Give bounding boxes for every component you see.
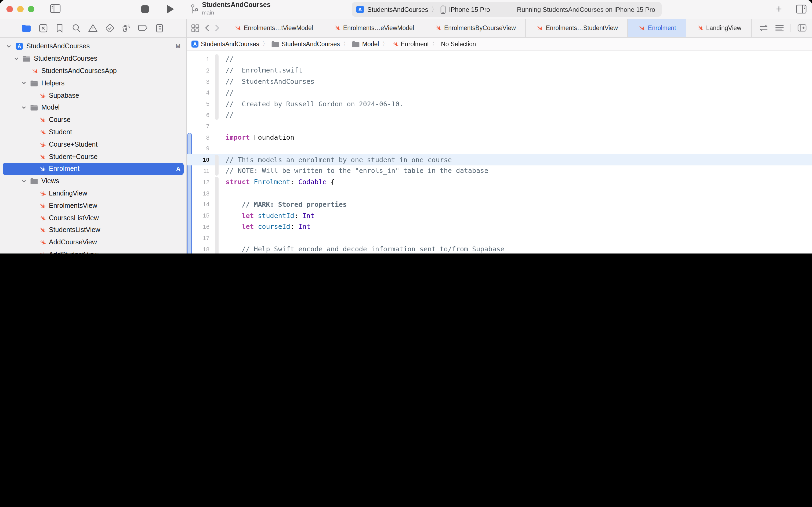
line-number[interactable]: 9	[187, 145, 214, 152]
editor-tab-4[interactable]: Enrolments…StudentView	[526, 19, 628, 37]
code-fold-ribbon[interactable]	[215, 177, 219, 253]
line-number[interactable]: 5	[187, 101, 214, 107]
tree-item-supabase[interactable]: Supabase	[3, 89, 184, 102]
go-forward-icon[interactable]	[215, 24, 220, 32]
minimize-window-button[interactable]	[17, 6, 23, 12]
line-number[interactable]: 12	[187, 179, 214, 185]
line-number[interactable]: 2	[187, 67, 214, 73]
source-control-navigator-icon[interactable]	[38, 23, 48, 33]
source-editor[interactable]: 1//2// Enrolment.swift3// StudentsAndCou…	[187, 51, 812, 253]
line-number[interactable]: 8	[187, 134, 214, 140]
code-line-13[interactable]: 13	[187, 187, 812, 199]
code-line-10[interactable]: 10// This models an enrolment by one stu…	[187, 154, 812, 165]
code-line-11[interactable]: 11// NOTE: Will be written to the "enrol…	[187, 165, 812, 176]
add-button[interactable]: +	[776, 4, 782, 14]
disclosure-triangle[interactable]	[20, 179, 27, 183]
tree-item-course-student[interactable]: Course+Student	[3, 138, 184, 151]
line-number[interactable]: 4	[187, 90, 214, 96]
code-line-1[interactable]: 1//	[187, 53, 812, 65]
editor-options-icon[interactable]	[775, 24, 784, 32]
disclosure-triangle[interactable]	[20, 81, 27, 86]
tree-item-enrolmentsview[interactable]: EnrolmentsView	[3, 200, 184, 212]
code-line-5[interactable]: 5// Created by Russell Gordon on 2024-06…	[187, 98, 812, 110]
project-navigator-icon[interactable]	[21, 23, 31, 33]
code-line-14[interactable]: 14 // MARK: Stored properties	[187, 199, 812, 210]
line-number[interactable]: 15	[187, 212, 214, 219]
tree-item-student[interactable]: Student	[3, 126, 184, 138]
find-navigator-icon[interactable]	[71, 23, 81, 33]
report-navigator-icon[interactable]	[155, 23, 164, 33]
editor-tab-3[interactable]: EnrolmentsByCourseView	[424, 19, 526, 37]
disclosure-triangle[interactable]	[20, 105, 27, 110]
code-line-6[interactable]: 6//	[187, 109, 812, 121]
bookmark-navigator-icon[interactable]	[55, 23, 64, 33]
run-button[interactable]	[167, 5, 174, 13]
line-number[interactable]: 7	[187, 123, 214, 129]
breadcrumb-item[interactable]: No Selection	[441, 41, 476, 47]
tree-item-enrolment[interactable]: EnrolmentA	[3, 163, 184, 175]
tree-item-course[interactable]: Course	[3, 114, 184, 126]
scheme-selector[interactable]: A StudentsAndCourses 〉 iPhone 15 Pro Run…	[352, 2, 661, 17]
issue-navigator-icon[interactable]	[88, 23, 98, 33]
add-editor-icon[interactable]	[798, 24, 807, 32]
code-line-18[interactable]: 18 // Help Swift encode and decode infor…	[187, 243, 812, 253]
code-line-16[interactable]: 16 let courseId: Int	[187, 221, 812, 232]
zoom-window-button[interactable]	[28, 6, 35, 12]
toggle-left-sidebar-icon[interactable]	[50, 4, 61, 13]
line-number[interactable]: 17	[187, 234, 214, 241]
related-items-icon[interactable]	[191, 24, 199, 32]
code-line-2[interactable]: 2// Enrolment.swift	[187, 65, 812, 76]
breadcrumb-item[interactable]: AStudentsAndCourses	[191, 40, 259, 48]
line-number[interactable]: 3	[187, 78, 214, 84]
swap-editor-icon[interactable]	[759, 24, 768, 32]
code-fold-ribbon[interactable]	[215, 54, 219, 120]
run-destination[interactable]: iPhone 15 Pro	[449, 6, 490, 13]
code-line-9[interactable]: 9	[187, 143, 812, 154]
code-line-17[interactable]: 17	[187, 232, 812, 243]
code-line-3[interactable]: 3// StudentsAndCourses	[187, 76, 812, 87]
line-number[interactable]: 6	[187, 112, 214, 118]
tree-item-model[interactable]: Model	[3, 102, 184, 114]
tree-item-helpers[interactable]: Helpers	[3, 77, 184, 90]
editor-tab-1[interactable]: Enrolments…tViewModel	[224, 19, 323, 37]
line-number[interactable]: 11	[187, 168, 214, 174]
code-line-7[interactable]: 7	[187, 121, 812, 132]
debug-navigator-icon[interactable]	[121, 23, 131, 33]
code-view[interactable]: 1//2// Enrolment.swift3// StudentsAndCou…	[187, 51, 812, 253]
code-line-8[interactable]: 8import Foundation	[187, 131, 812, 143]
tree-item-studentslistview[interactable]: StudentsListView	[3, 224, 184, 236]
breakpoint-navigator-icon[interactable]	[138, 23, 148, 33]
toggle-right-inspector-icon[interactable]	[796, 4, 807, 14]
tree-item-student-course[interactable]: Student+Course	[3, 150, 184, 163]
line-number[interactable]: 16	[187, 223, 214, 230]
line-number[interactable]: 14	[187, 201, 214, 208]
tree-item-landingview[interactable]: LandingView	[3, 187, 184, 200]
tree-item-studentsandcourses[interactable]: StudentsAndCourses	[3, 53, 184, 65]
tree-item-courseslistview[interactable]: CoursesListView	[3, 212, 184, 224]
code-line-4[interactable]: 4//	[187, 87, 812, 98]
stop-button[interactable]	[141, 5, 149, 13]
line-number[interactable]: 18	[187, 246, 214, 252]
editor-tab-2[interactable]: Enrolments…eViewModel	[323, 19, 424, 37]
tree-item-studentsandcoursesapp[interactable]: StudentsAndCoursesApp	[3, 65, 184, 77]
disclosure-triangle[interactable]	[5, 44, 12, 49]
line-number[interactable]: 13	[187, 190, 214, 196]
code-line-12[interactable]: 12struct Enrolment: Codable {	[187, 176, 812, 188]
tree-item-addcourseview[interactable]: AddCourseView	[3, 236, 184, 249]
tree-item-views[interactable]: Views	[3, 175, 184, 187]
breadcrumb-item[interactable]: Enrolment	[391, 40, 429, 48]
editor-tab-5[interactable]: Enrolment	[628, 19, 686, 37]
tree-item-studentsandcourses[interactable]: AStudentsAndCoursesM	[3, 40, 184, 53]
test-navigator-icon[interactable]	[105, 23, 114, 33]
breadcrumb-item[interactable]: Model	[352, 41, 379, 47]
line-number[interactable]: 10	[187, 156, 214, 163]
breadcrumb-item[interactable]: StudentsAndCourses	[271, 41, 340, 47]
code-fold-ribbon[interactable]	[215, 155, 219, 176]
editor-tab-6[interactable]: LandingView	[686, 19, 752, 37]
disclosure-triangle[interactable]	[13, 56, 19, 61]
go-back-icon[interactable]	[205, 24, 210, 32]
close-window-button[interactable]	[6, 6, 13, 12]
tree-item-addstudentview[interactable]: AddStudentView	[3, 248, 184, 253]
code-line-15[interactable]: 15 let studentId: Int	[187, 210, 812, 221]
scheme-name[interactable]: StudentsAndCourses	[367, 6, 428, 13]
